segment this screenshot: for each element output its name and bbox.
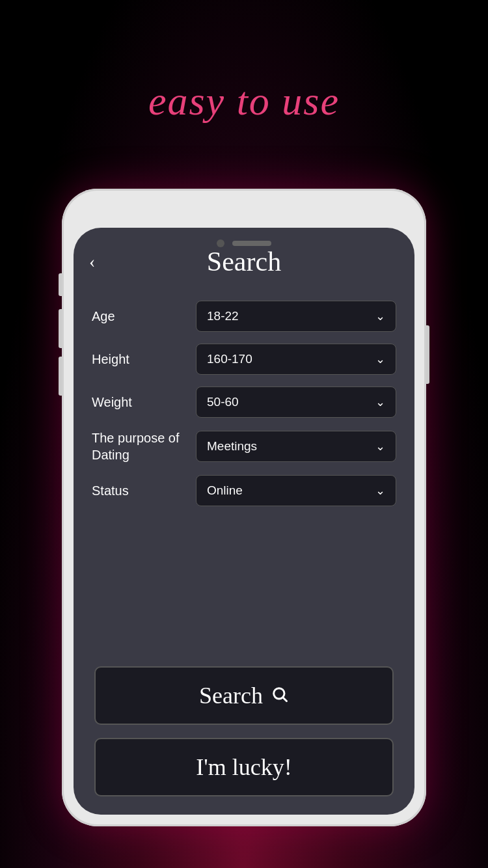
status-select[interactable]: Online ⌄ <box>196 475 396 506</box>
height-label: Height <box>92 352 196 367</box>
search-form: Age 18-22 ⌄ Height 160-170 ⌄ Wei <box>74 288 414 653</box>
status-label: Status <box>92 483 196 498</box>
volume-down-button <box>59 357 62 396</box>
search-icon <box>271 682 289 709</box>
back-button[interactable]: ‹ <box>89 251 95 272</box>
search-button-label: Search <box>199 682 263 709</box>
phone-frame: ‹ Search Age 18-22 ⌄ Height 160-17 <box>62 189 426 826</box>
age-row: Age 18-22 ⌄ <box>92 301 396 332</box>
status-value: Online <box>207 483 243 498</box>
height-value: 160-170 <box>207 352 252 366</box>
search-button[interactable]: Search <box>94 666 394 725</box>
chevron-down-icon: ⌄ <box>375 352 385 366</box>
mute-button <box>59 273 62 296</box>
weight-select[interactable]: 50-60 ⌄ <box>196 387 396 418</box>
age-value: 18-22 <box>207 309 239 323</box>
power-button <box>426 325 429 384</box>
age-label: Age <box>92 309 196 324</box>
app-header: ‹ Search <box>74 228 414 288</box>
purpose-select[interactable]: Meetings ⌄ <box>196 431 396 462</box>
purpose-label: The purpose of Dating <box>92 429 196 463</box>
height-row: Height 160-170 ⌄ <box>92 344 396 375</box>
chevron-down-icon: ⌄ <box>375 483 385 498</box>
lucky-button-label: I'm lucky! <box>196 754 291 780</box>
app-screen: ‹ Search Age 18-22 ⌄ Height 160-17 <box>74 228 414 815</box>
status-row: Status Online ⌄ <box>92 475 396 506</box>
purpose-row: The purpose of Dating Meetings ⌄ <box>92 429 396 463</box>
volume-up-button <box>59 309 62 348</box>
chevron-down-icon: ⌄ <box>375 309 385 323</box>
weight-value: 50-60 <box>207 395 239 409</box>
chevron-down-icon: ⌄ <box>375 439 385 454</box>
weight-label: Weight <box>92 395 196 410</box>
lucky-button[interactable]: I'm lucky! <box>94 738 394 796</box>
chevron-down-icon: ⌄ <box>375 395 385 409</box>
weight-row: Weight 50-60 ⌄ <box>92 387 396 418</box>
age-select[interactable]: 18-22 ⌄ <box>196 301 396 332</box>
phone-screen: ‹ Search Age 18-22 ⌄ Height 160-17 <box>74 228 414 815</box>
svg-line-1 <box>283 698 286 701</box>
height-select[interactable]: 160-170 ⌄ <box>196 344 396 375</box>
screen-title: Search <box>89 246 399 277</box>
tagline: easy to use <box>0 78 488 124</box>
purpose-value: Meetings <box>207 439 257 454</box>
action-buttons: Search I'm lucky! <box>74 653 414 815</box>
